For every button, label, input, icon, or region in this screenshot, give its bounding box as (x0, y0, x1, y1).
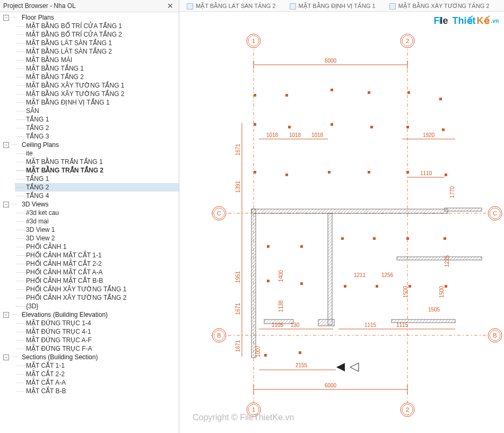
svg-rect-72 (409, 285, 411, 288)
tree-item[interactable]: ⋯⋯MẶT BẰNG TẦNG 1 (15, 64, 179, 73)
grid-bubble-2-bot: 2 (401, 403, 414, 417)
tree-item[interactable]: ⋯⋯PHỐI CẢNH 1 (15, 243, 179, 251)
svg-text:B: B (217, 332, 221, 339)
tree-item[interactable]: ⋯⋯TẦNG 2 (15, 183, 179, 192)
svg-text:130: 130 (291, 322, 300, 328)
tree-item[interactable]: ⋯⋯MẶT BẰNG TRẦN TẦNG 2 (15, 166, 179, 175)
tree-item[interactable]: ⋯⋯PHỐI CẢNH MẶT CẮT 1-1 (15, 251, 179, 259)
drawing-canvas[interactable]: 1 2 1 2 C C B B 6000 6000 (179, 12, 504, 433)
grid-bubble-1-bot: 1 (247, 403, 260, 417)
tree-item[interactable]: ⋯⋯PHỐI CẢNH MẶT CẮT B-B (15, 276, 179, 285)
tree-item[interactable]: ⋯⋯TẦNG 3 (15, 132, 179, 141)
svg-rect-61 (445, 174, 447, 176)
tree-item[interactable]: ⋯⋯MẶT BẰNG BỐ TRÍ CỬA TẦNG 1 (15, 22, 179, 30)
svg-rect-46 (331, 89, 333, 91)
svg-text:6000: 6000 (325, 383, 337, 388)
svg-text:1920: 1920 (423, 132, 435, 138)
svg-text:C: C (217, 210, 221, 216)
view-tab[interactable]: MẶT BẰNG LÁT SÀN TẦNG 2 (184, 2, 279, 11)
svg-text:B: B (493, 332, 497, 339)
svg-text:1018: 1018 (311, 132, 324, 138)
tree-item[interactable]: ⋯⋯#3d mai (15, 217, 179, 226)
tree-item[interactable]: ⋯⋯MẶT ĐỨNG TRỤC F-A (15, 344, 179, 353)
collapse-icon[interactable]: − (3, 354, 9, 360)
tree-item[interactable]: ⋯⋯MẶT BẰNG LÁT SÀN TẦNG 2 (15, 47, 179, 56)
tree-item[interactable]: ⋯⋯MẶT BẰNG TẦNG 2 (15, 73, 179, 81)
view-tab[interactable]: MẶT BẰNG XÂY TƯỜNG TẦNG 2 (386, 2, 493, 11)
grid-bubble-B-left: B (212, 328, 226, 342)
svg-rect-53 (370, 126, 373, 128)
tree-group-header[interactable]: −⋯Sections (Building Section) (3, 353, 179, 361)
svg-rect-49 (439, 98, 442, 100)
tree-item[interactable]: ⋯⋯MẶT BẰNG BỐ TRÍ CỬA TẦNG 2 (15, 30, 179, 39)
svg-rect-55 (442, 128, 445, 131)
grid-bubble-1-top: 1 (247, 34, 260, 48)
tree-item[interactable]: ⋯⋯SÂN (15, 107, 179, 115)
view-tab[interactable]: MẶT BẰNG ĐỊNH VỊ TẦNG 1 (286, 2, 379, 11)
collapse-icon[interactable]: − (3, 15, 9, 21)
svg-text:1500: 1500 (403, 285, 409, 298)
tree-item[interactable]: ⋯⋯3D View 1 (15, 226, 179, 234)
svg-rect-69 (444, 237, 446, 240)
tree-item[interactable]: ⋯⋯TẦNG 1 (15, 175, 179, 183)
svg-text:1105: 1105 (272, 322, 284, 328)
collapse-icon[interactable]: − (3, 142, 9, 148)
svg-text:1211: 1211 (354, 272, 366, 278)
svg-rect-64 (267, 280, 270, 282)
tree-item[interactable]: ⋯⋯PHỐI CẢNH MẶT CẮT A-A (15, 268, 179, 276)
svg-text:1391: 1391 (235, 180, 241, 193)
browser-tree[interactable]: −⋯Floor Plans⋯⋯MẶT BẰNG BỐ TRÍ CỬA TẦNG … (0, 12, 179, 433)
svg-text:1505: 1505 (428, 307, 440, 313)
tree-item[interactable]: ⋯⋯{3D} (15, 302, 179, 310)
tree-group-header[interactable]: −⋯Elevations (Building Elevation) (3, 310, 179, 319)
tree-group-header[interactable]: −⋯3D Views (3, 200, 179, 209)
tree-item[interactable]: ⋯⋯PHỐI CẢNH XÂY TƯỜNG TẦNG 2 (15, 293, 179, 302)
tree-item[interactable]: ⋯⋯#3d ket cau (15, 209, 179, 217)
tree-item[interactable]: ⋯⋯3D View 2 (15, 234, 179, 243)
tree-item[interactable]: ⋯⋯TẦNG 4 (15, 192, 179, 200)
svg-marker-109 (350, 363, 359, 371)
tree-item[interactable]: ⋯⋯MẶT ĐỨNG TRỤC A-F (15, 336, 179, 344)
tree-item[interactable]: ⋯⋯MẶT BẰNG ĐỊNH VỊ TẦNG 1 (15, 98, 179, 107)
tree-item[interactable]: ⋯⋯MẶT CẮT 1-1 (15, 361, 179, 370)
svg-rect-62 (267, 245, 270, 248)
svg-rect-65 (300, 282, 303, 285)
tree-item[interactable]: ⋯⋯MẶT BẰNG TRẦN TẦNG 1 (15, 158, 179, 166)
svg-text:2: 2 (406, 38, 409, 44)
svg-rect-38 (328, 213, 332, 325)
svg-text:2155: 2155 (296, 362, 308, 368)
tree-item[interactable]: ⋯⋯TẦNG 1 (15, 115, 179, 124)
tree-item[interactable]: ⋯⋯MẶT CẮT B-B (15, 387, 179, 395)
svg-text:1671: 1671 (235, 340, 241, 352)
tree-item[interactable]: ⋯⋯TẦNG 2 (15, 124, 179, 132)
browser-title: Project Browser - Nha OL (3, 2, 76, 10)
svg-text:1400: 1400 (278, 270, 284, 282)
browser-header: Project Browser - Nha OL ✕ (0, 0, 179, 12)
tree-item[interactable]: ⋯⋯MẶT BẰNG XÂY TƯỜNG TẦNG 1 (15, 81, 179, 90)
collapse-icon[interactable]: − (3, 312, 9, 318)
svg-text:1671: 1671 (235, 143, 241, 155)
tree-item[interactable]: ⋯⋯MẶT BẰNG LÁT SÀN TẦNG 1 (15, 39, 179, 47)
tree-item[interactable]: ⋯⋯MẶT ĐỨNG TRỤC 1-4 (15, 319, 179, 327)
tree-item[interactable]: ⋯⋯PHỐI CẢNH MẶT CẮT 2-2 (15, 259, 179, 268)
tree-item[interactable]: ⋯⋯MẶT BẰNG XÂY TƯỜNG TẦNG 2 (15, 90, 179, 98)
tree-item[interactable]: ⋯⋯MẶT BẰNG MÁI (15, 56, 179, 64)
svg-text:1138: 1138 (278, 300, 284, 312)
svg-rect-71 (376, 285, 378, 288)
tree-item[interactable]: ⋯⋯MẶT ĐỨNG TRỤC 4-1 (15, 327, 179, 336)
grid-bubble-2-top: 2 (401, 34, 414, 48)
svg-rect-67 (373, 237, 376, 240)
tree-group-header[interactable]: −⋯Floor Plans (3, 13, 179, 22)
close-icon[interactable]: ✕ (165, 2, 176, 10)
tree-item[interactable]: ⋯⋯MẶT CẮT 2-2 (15, 370, 179, 378)
tree-item[interactable]: ⋯⋯ite (15, 149, 179, 158)
tree-item[interactable]: ⋯⋯PHỐI CẢNH XÂY TƯỜNG TẦNG 1 (15, 285, 179, 293)
canvas-wrap[interactable]: File Thiết Kế .vn 1 2 (179, 12, 504, 433)
svg-text:1225: 1225 (444, 255, 450, 267)
svg-rect-68 (406, 237, 409, 240)
tree-group-header[interactable]: −⋯Ceiling Plans (3, 141, 179, 149)
collapse-icon[interactable]: − (3, 202, 9, 207)
tree-item[interactable]: ⋯⋯MẶT CẮT A-A (15, 378, 179, 387)
svg-rect-60 (406, 171, 409, 174)
svg-rect-63 (300, 245, 303, 248)
